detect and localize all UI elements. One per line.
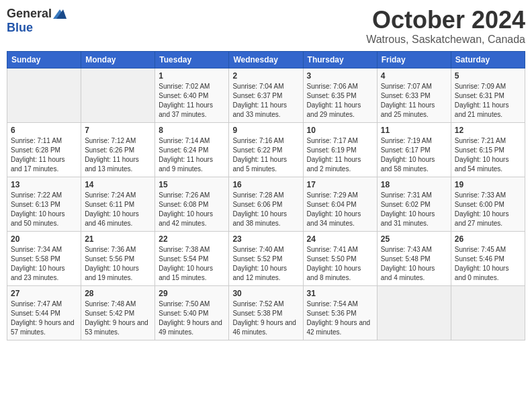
day-info: Sunrise: 7:11 AM Sunset: 6:28 PM Dayligh… — [11, 136, 77, 174]
calendar-cell: 6Sunrise: 7:11 AM Sunset: 6:28 PM Daylig… — [7, 122, 81, 177]
day-info: Sunrise: 7:19 AM Sunset: 6:17 PM Dayligh… — [381, 136, 447, 174]
day-number: 11 — [381, 126, 447, 135]
day-number: 14 — [85, 180, 151, 189]
day-info: Sunrise: 7:48 AM Sunset: 5:42 PM Dayligh… — [85, 300, 151, 337]
calendar-table: SundayMondayTuesdayWednesdayThursdayFrid… — [7, 51, 525, 340]
day-number: 20 — [11, 234, 77, 244]
day-info: Sunrise: 7:26 AM Sunset: 6:08 PM Dayligh… — [159, 191, 225, 228]
day-number: 26 — [455, 234, 521, 244]
day-number: 3 — [307, 71, 373, 81]
calendar-cell: 20Sunrise: 7:34 AM Sunset: 5:58 PM Dayli… — [7, 231, 81, 285]
weekday-header-wednesday: Wednesday — [229, 51, 303, 68]
location-title: Watrous, Saskatchewan, Canada — [366, 34, 525, 46]
calendar-cell: 29Sunrise: 7:50 AM Sunset: 5:40 PM Dayli… — [155, 285, 229, 340]
day-info: Sunrise: 7:04 AM Sunset: 6:37 PM Dayligh… — [232, 82, 299, 120]
day-number: 27 — [11, 289, 77, 298]
calendar-cell: 17Sunrise: 7:29 AM Sunset: 6:04 PM Dayli… — [303, 177, 377, 231]
day-number: 7 — [85, 126, 151, 135]
day-number: 23 — [232, 234, 299, 244]
title-section: October 2024 Watrous, Saskatchewan, Cana… — [366, 7, 525, 46]
calendar-cell: 22Sunrise: 7:38 AM Sunset: 5:54 PM Dayli… — [155, 231, 229, 285]
calendar-cell — [7, 68, 81, 122]
day-info: Sunrise: 7:50 AM Sunset: 5:40 PM Dayligh… — [159, 300, 225, 337]
calendar-cell: 23Sunrise: 7:40 AM Sunset: 5:52 PM Dayli… — [229, 231, 303, 285]
day-number: 19 — [455, 180, 521, 189]
calendar-cell — [377, 285, 451, 340]
weekday-header-friday: Friday — [377, 51, 451, 68]
day-info: Sunrise: 7:38 AM Sunset: 5:54 PM Dayligh… — [159, 245, 225, 283]
day-info: Sunrise: 7:14 AM Sunset: 6:24 PM Dayligh… — [159, 136, 225, 174]
day-number: 2 — [232, 71, 299, 81]
day-number: 1 — [159, 71, 225, 81]
calendar-cell: 21Sunrise: 7:36 AM Sunset: 5:56 PM Dayli… — [81, 231, 155, 285]
calendar-cell: 16Sunrise: 7:28 AM Sunset: 6:06 PM Dayli… — [229, 177, 303, 231]
day-number: 8 — [159, 126, 225, 135]
calendar-cell: 13Sunrise: 7:22 AM Sunset: 6:13 PM Dayli… — [7, 177, 81, 231]
day-info: Sunrise: 7:47 AM Sunset: 5:44 PM Dayligh… — [11, 300, 77, 337]
calendar-cell: 26Sunrise: 7:45 AM Sunset: 5:46 PM Dayli… — [451, 231, 525, 285]
calendar-cell: 7Sunrise: 7:12 AM Sunset: 6:26 PM Daylig… — [81, 122, 155, 177]
logo-general-text: General — [7, 7, 52, 21]
day-info: Sunrise: 7:06 AM Sunset: 6:35 PM Dayligh… — [307, 82, 373, 120]
day-number: 25 — [381, 234, 447, 244]
page-header: General Blue October 2024 Watrous, Saska… — [7, 7, 525, 46]
calendar-cell: 28Sunrise: 7:48 AM Sunset: 5:42 PM Dayli… — [81, 285, 155, 340]
calendar-cell: 30Sunrise: 7:52 AM Sunset: 5:38 PM Dayli… — [229, 285, 303, 340]
calendar-cell: 18Sunrise: 7:31 AM Sunset: 6:02 PM Dayli… — [377, 177, 451, 231]
day-info: Sunrise: 7:54 AM Sunset: 5:36 PM Dayligh… — [307, 300, 373, 337]
day-info: Sunrise: 7:12 AM Sunset: 6:26 PM Dayligh… — [85, 136, 151, 174]
day-number: 9 — [232, 126, 299, 135]
day-number: 16 — [232, 180, 299, 189]
day-number: 4 — [381, 71, 447, 81]
logo-blue-text: Blue — [7, 21, 33, 35]
day-info: Sunrise: 7:09 AM Sunset: 6:31 PM Dayligh… — [455, 82, 521, 120]
calendar-week-row-3: 13Sunrise: 7:22 AM Sunset: 6:13 PM Dayli… — [7, 177, 525, 231]
weekday-header-monday: Monday — [81, 51, 155, 68]
calendar-cell — [81, 68, 155, 122]
day-info: Sunrise: 7:45 AM Sunset: 5:46 PM Dayligh… — [455, 245, 521, 283]
month-title: October 2024 — [366, 7, 525, 34]
calendar-cell: 25Sunrise: 7:43 AM Sunset: 5:48 PM Dayli… — [377, 231, 451, 285]
day-info: Sunrise: 7:16 AM Sunset: 6:22 PM Dayligh… — [232, 136, 299, 174]
calendar-cell: 15Sunrise: 7:26 AM Sunset: 6:08 PM Dayli… — [155, 177, 229, 231]
calendar-cell: 12Sunrise: 7:21 AM Sunset: 6:15 PM Dayli… — [451, 122, 525, 177]
logo: General Blue — [7, 7, 66, 35]
day-number: 10 — [307, 126, 373, 135]
weekday-header-saturday: Saturday — [451, 51, 525, 68]
calendar-week-row-5: 27Sunrise: 7:47 AM Sunset: 5:44 PM Dayli… — [7, 285, 525, 340]
day-number: 12 — [455, 126, 521, 135]
day-number: 30 — [232, 289, 299, 298]
day-info: Sunrise: 7:41 AM Sunset: 5:50 PM Dayligh… — [307, 245, 373, 283]
calendar-week-row-1: 1Sunrise: 7:02 AM Sunset: 6:40 PM Daylig… — [7, 68, 525, 122]
calendar-cell: 2Sunrise: 7:04 AM Sunset: 6:37 PM Daylig… — [229, 68, 303, 122]
day-info: Sunrise: 7:07 AM Sunset: 6:33 PM Dayligh… — [381, 82, 447, 120]
day-info: Sunrise: 7:29 AM Sunset: 6:04 PM Dayligh… — [307, 191, 373, 228]
day-number: 31 — [307, 289, 373, 298]
calendar-cell: 9Sunrise: 7:16 AM Sunset: 6:22 PM Daylig… — [229, 122, 303, 177]
calendar-week-row-4: 20Sunrise: 7:34 AM Sunset: 5:58 PM Dayli… — [7, 231, 525, 285]
day-number: 29 — [159, 289, 225, 298]
day-info: Sunrise: 7:31 AM Sunset: 6:02 PM Dayligh… — [381, 191, 447, 228]
calendar-cell: 3Sunrise: 7:06 AM Sunset: 6:35 PM Daylig… — [303, 68, 377, 122]
calendar-week-row-2: 6Sunrise: 7:11 AM Sunset: 6:28 PM Daylig… — [7, 122, 525, 177]
logo-icon — [53, 9, 66, 19]
day-info: Sunrise: 7:43 AM Sunset: 5:48 PM Dayligh… — [381, 245, 447, 283]
calendar-cell: 8Sunrise: 7:14 AM Sunset: 6:24 PM Daylig… — [155, 122, 229, 177]
weekday-header-tuesday: Tuesday — [155, 51, 229, 68]
calendar-cell: 31Sunrise: 7:54 AM Sunset: 5:36 PM Dayli… — [303, 285, 377, 340]
day-number: 5 — [455, 71, 521, 81]
day-info: Sunrise: 7:40 AM Sunset: 5:52 PM Dayligh… — [232, 245, 299, 283]
day-info: Sunrise: 7:24 AM Sunset: 6:11 PM Dayligh… — [85, 191, 151, 228]
day-number: 24 — [307, 234, 373, 244]
calendar-cell: 19Sunrise: 7:33 AM Sunset: 6:00 PM Dayli… — [451, 177, 525, 231]
calendar-cell: 14Sunrise: 7:24 AM Sunset: 6:11 PM Dayli… — [81, 177, 155, 231]
day-info: Sunrise: 7:52 AM Sunset: 5:38 PM Dayligh… — [232, 300, 299, 337]
day-info: Sunrise: 7:36 AM Sunset: 5:56 PM Dayligh… — [85, 245, 151, 283]
day-info: Sunrise: 7:17 AM Sunset: 6:19 PM Dayligh… — [307, 136, 373, 174]
calendar-cell: 1Sunrise: 7:02 AM Sunset: 6:40 PM Daylig… — [155, 68, 229, 122]
day-number: 15 — [159, 180, 225, 189]
day-number: 18 — [381, 180, 447, 189]
day-number: 17 — [307, 180, 373, 189]
day-info: Sunrise: 7:02 AM Sunset: 6:40 PM Dayligh… — [159, 82, 225, 120]
calendar-cell: 27Sunrise: 7:47 AM Sunset: 5:44 PM Dayli… — [7, 285, 81, 340]
